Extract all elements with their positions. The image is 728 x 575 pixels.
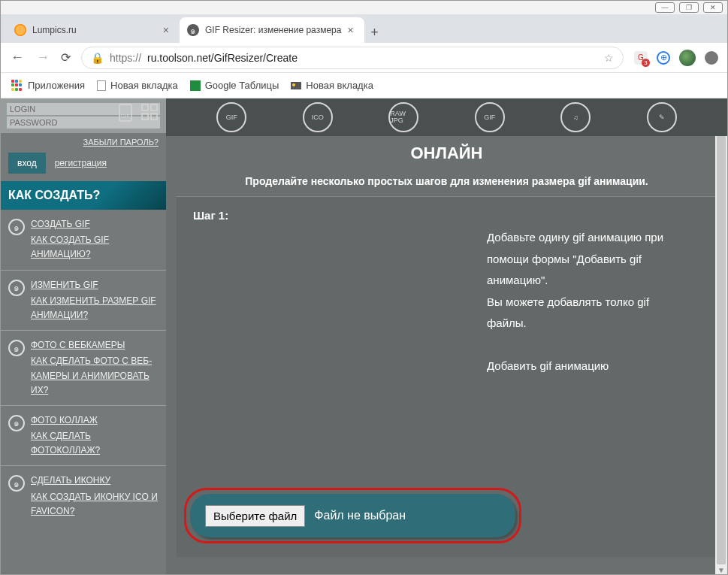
close-icon[interactable]: × [347,24,353,36]
sidebar-item-webcam[interactable]: ๑ ФОТО С ВЕБКАМЕРЫ КАК СДЕЛАТЬ ФОТО С ВЕ… [1,331,166,406]
step-label: Шаг 1: [193,209,700,222]
tab-gifresizer[interactable]: ๑ GIF Resizer: изменение размера × [180,17,364,43]
scroll-thumb[interactable] [717,110,726,564]
sidebar-link[interactable]: КАК СОЗДАТЬ ИКОНКУ ICO И FAVICON? [31,490,162,519]
instr-line: Добавьте одину gif анимацию при помощи ф… [487,227,690,292]
instr-line: Добавить gif анимацию [487,356,690,377]
file-upload-highlight: Выберите файл Файл не выбран [184,488,521,543]
svg-rect-5 [151,113,157,120]
sidebar-link[interactable]: СОЗДАТЬ GIF [31,217,162,232]
gif-file-icon: GIF [116,103,136,124]
step-panel: Шаг 1: Добавьте одину gif анимацию при п… [177,196,717,557]
back-button[interactable]: ← [10,50,25,65]
sidebar-link[interactable]: ФОТО КОЛЛАЖ [31,413,162,428]
nav-gif2-icon[interactable]: GIF [475,102,505,132]
forgot-password-link[interactable]: ЗАБЫЛИ ПАРОЛЬ? [1,133,166,150]
sidebar-link[interactable]: ИЗМЕНИТЬ GIF [31,278,162,292]
swirl-icon: ๑ [8,340,25,356]
sidebar-link[interactable]: ФОТО С ВЕБКАМЕРЫ [31,338,162,353]
sidebar-link[interactable]: КАК СДЕЛАТЬ ФОТО С ВЕБ-КАМЕРЫ И АНИМИРОВ… [31,354,162,398]
globe-icon[interactable]: ⊕ [657,51,670,65]
sidebar-item-create-gif[interactable]: ๑ СОЗДАТЬ GIF КАК СОЗДАТЬ GIF АНИМАЦИЮ? [1,210,166,271]
sidebar-link[interactable]: КАК СДЕЛАТЬ ФОТОКОЛЛАЖ? [31,429,162,458]
sidebar-item-icon[interactable]: ๑ СДЕЛАТЬ ИКОНКУ КАК СОЗДАТЬ ИКОНКУ ICO … [1,466,166,526]
window-controls: — ❐ ✕ [1,1,727,14]
file-status: Файл не выбран [314,509,406,522]
apps-shortcut[interactable]: Приложения [11,80,85,92]
new-tab-button[interactable]: + [364,22,385,43]
swirl-icon: ๑ [8,415,25,431]
sidebar-link[interactable]: КАК СОЗДАТЬ GIF АНИМАЦИЮ? [31,233,162,262]
bookmark-label: Новая вкладка [306,80,373,91]
instr-line: Вы можете добавлять толко gif файлы. [487,292,690,334]
browser-actions: G ⊕ [634,50,718,66]
tool-nav: GIF ICO RAW JPG GIF ♫ ✎ [166,98,727,136]
swirl-icon: ๑ [8,280,25,296]
main-content: GIF RESIZER: ИЗМЕНЕНИЕ РАЗМЕРА GIF АНИМА… [166,98,727,575]
file-upload[interactable]: Выберите файл Файл не выбран [190,494,515,537]
star-icon[interactable]: ☆ [604,52,614,64]
site-sidebar: LOGIN PASSWORD GIF ЗАБЫЛИ ПАРОЛЬ? вход р… [1,98,166,575]
favicon-toolson-icon: ๑ [187,24,199,36]
page-icon [97,80,106,91]
window-close[interactable]: ✕ [703,2,723,13]
sidebar-link[interactable]: КАК ИЗМЕНИТЬ РАЗМЕР GIF АНИМАЦИИ? [31,294,162,322]
window-minimize[interactable]: — [655,2,675,13]
bookmark-item[interactable]: Новая вкладка [97,80,178,91]
login-box: LOGIN PASSWORD GIF [1,98,166,133]
nav-gif-icon[interactable]: GIF [216,102,246,132]
bookmark-label: Google Таблицы [205,80,279,91]
bookmarks-bar: Приложения Новая вкладка Google Таблицы … [1,73,727,98]
menu-icon[interactable] [705,51,718,65]
image-icon [291,82,301,89]
bookmark-label: Новая вкладка [110,80,178,91]
page-subtitle: ОНЛАЙН [166,144,727,163]
close-icon[interactable]: × [163,24,169,36]
toolbar: ← → ⟳ 🔒 https://ru.toolson.net/GifResize… [1,43,727,73]
choose-file-button[interactable]: Выберите файл [205,505,305,527]
apps-icon [11,80,23,92]
svg-rect-4 [142,113,148,120]
sheets-icon [190,80,201,91]
sidebar-link[interactable]: СДЕЛАТЬ ИКОНКУ [31,474,162,488]
window-maximize[interactable]: ❐ [679,2,699,13]
tab-title: Lumpics.ru [32,25,77,35]
forward-button[interactable]: → [35,50,50,65]
sidebar-item-resize-gif[interactable]: ๑ ИЗМЕНИТЬ GIF КАК ИЗМЕНИТЬ РАЗМЕР GIF А… [1,271,166,331]
scroll-down-icon[interactable]: ▼ [717,566,725,574]
apps-label: Приложения [28,80,85,91]
extension-icon[interactable]: G [634,51,648,65]
tab-lumpics[interactable]: Lumpics.ru × [7,17,180,43]
sidebar-heading: КАК СОЗДАТЬ? [1,181,166,210]
tab-strip: Lumpics.ru × ๑ GIF Resizer: изменение ра… [1,14,727,43]
url-rest: ru.toolson.net/GifResizer/Create [147,52,298,64]
nav-music-icon[interactable]: ♫ [560,102,591,132]
lock-icon: 🔒 [91,52,104,64]
reload-button[interactable]: ⟳ [61,50,71,65]
instructions: Добавьте одину gif анимацию при помощи ф… [487,227,690,377]
register-link[interactable]: регистрация [55,153,107,174]
nav-edit-icon[interactable]: ✎ [647,102,677,132]
tab-title: GIF Resizer: изменение размера [205,25,341,35]
swirl-icon: ๑ [8,219,25,235]
sidebar-item-collage[interactable]: ๑ ФОТО КОЛЛАЖ КАК СДЕЛАТЬ ФОТОКОЛЛАЖ? [1,406,166,467]
nav-raw-icon[interactable]: RAW JPG [388,102,418,132]
page-body: LOGIN PASSWORD GIF ЗАБЫЛИ ПАРОЛЬ? вход р… [1,98,727,575]
svg-rect-3 [151,104,157,110]
intro-text: Проделайте несколько простых шагов для и… [166,175,727,187]
favicon-lumpics-icon [14,24,26,36]
scrollbar-vertical[interactable]: ▲ ▼ [715,98,727,575]
svg-text:GIF: GIF [121,113,130,119]
address-bar[interactable]: 🔒 https://ru.toolson.net/GifResizer/Crea… [81,47,624,69]
bookmark-item[interactable]: Google Таблицы [190,80,279,91]
profile-avatar[interactable] [679,50,696,66]
swirl-icon: ๑ [8,475,25,492]
login-button[interactable]: вход [8,153,46,174]
nav-ico-icon[interactable]: ICO [303,102,333,132]
svg-rect-2 [142,104,148,110]
url-protocol: https:// [110,52,141,64]
bookmark-item[interactable]: Новая вкладка [291,80,373,91]
grid-icon [140,103,160,124]
